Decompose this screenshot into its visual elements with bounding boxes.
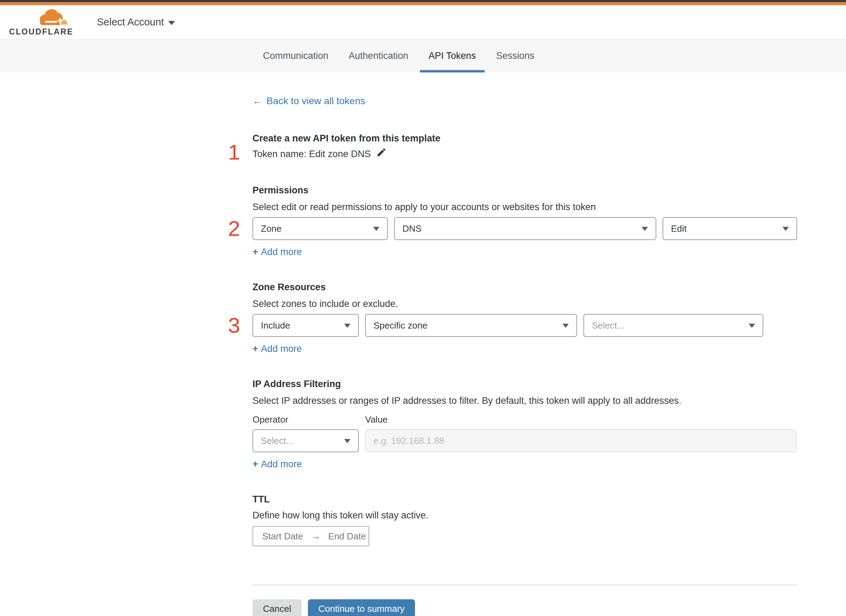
ip-filtering-row: Select... [253, 429, 797, 452]
top-accent-bar [0, 2, 846, 5]
ip-filtering-section: IP Address Filtering Select IP addresses… [253, 379, 797, 470]
chevron-down-icon [168, 21, 175, 25]
tab-sessions[interactable]: Sessions [487, 40, 543, 72]
zone-resources-section: 3 Zone Resources Select zones to include… [253, 282, 797, 354]
token-name-section: 1 Create a new API token from this templ… [253, 133, 797, 160]
tab-api-tokens[interactable]: API Tokens [420, 40, 485, 72]
ip-field-labels: Operator Value [253, 414, 797, 425]
plus-icon: + [253, 459, 258, 470]
continue-to-summary-button[interactable]: Continue to summary [308, 599, 415, 616]
ip-value-input[interactable] [365, 429, 796, 452]
permission-level-value: Edit [671, 223, 687, 234]
zone-type-value: Specific zone [374, 320, 428, 331]
ttl-heading: TTL [253, 494, 797, 505]
token-name-value: Token name: Edit zone DNS [253, 149, 371, 160]
zone-resources-description: Select zones to include or exclude. [253, 299, 797, 309]
operator-label: Operator [253, 414, 365, 425]
permission-level-select[interactable]: Edit [662, 217, 797, 240]
permissions-row: Zone DNS Edit [253, 217, 797, 240]
ip-filtering-heading: IP Address Filtering [253, 379, 797, 389]
zone-picker-select[interactable]: Select... [583, 314, 764, 337]
main-content: ← Back to view all tokens 1 Create a new… [253, 72, 797, 616]
add-more-label: Add more [261, 343, 302, 354]
token-section-title: Create a new API token from this templat… [253, 133, 797, 144]
zone-resources-heading: Zone Resources [253, 282, 797, 292]
tab-bar: Communication Authentication API Tokens … [0, 39, 846, 72]
cloudflare-wordmark: CLOUDFLARE [9, 27, 75, 37]
tab-communication[interactable]: Communication [254, 40, 337, 72]
plus-icon: + [253, 343, 258, 354]
permissions-heading: Permissions [253, 185, 797, 195]
step-number-1: 1 [228, 140, 246, 164]
value-label: Value [365, 414, 388, 425]
ttl-section: TTL Define how long this token will stay… [253, 494, 797, 546]
add-more-label: Add more [261, 247, 302, 258]
permissions-add-more-link[interactable]: + Add more [253, 246, 302, 258]
permission-group-select[interactable]: DNS [394, 217, 656, 240]
permission-scope-value: Zone [261, 223, 281, 234]
ip-filtering-description: Select IP addresses or ranges of IP addr… [253, 396, 797, 406]
back-arrow-icon: ← [253, 95, 262, 107]
start-date-placeholder: Start Date [262, 531, 303, 542]
zone-include-value: Include [261, 320, 290, 331]
ttl-description: Define how long this token will stay act… [253, 510, 797, 521]
step-number-2: 2 [228, 216, 246, 241]
ip-operator-select[interactable]: Select... [253, 429, 359, 452]
footer-actions: Cancel Continue to summary [253, 599, 797, 616]
zone-resources-add-more-link[interactable]: + Add more [253, 343, 302, 354]
permission-group-value: DNS [402, 223, 422, 234]
zone-resources-row: Include Specific zone Select... [253, 314, 797, 337]
permissions-description: Select edit or read permissions to apply… [253, 202, 797, 212]
permissions-section: 2 Permissions Select edit or read permis… [253, 185, 797, 258]
cancel-button[interactable]: Cancel [253, 599, 302, 616]
permission-scope-select[interactable]: Zone [253, 217, 388, 240]
zone-type-select[interactable]: Specific zone [365, 314, 577, 337]
cloudflare-cloud-icon [35, 8, 70, 26]
arrow-right-icon: → [311, 531, 321, 542]
ttl-date-range-picker[interactable]: Start Date → End Date [253, 526, 369, 546]
end-date-placeholder: End Date [328, 531, 366, 542]
tab-authentication[interactable]: Authentication [340, 40, 417, 72]
header: CLOUDFLARE Select Account [0, 5, 846, 39]
account-selector[interactable]: Select Account [97, 16, 175, 28]
zone-include-select[interactable]: Include [253, 314, 359, 337]
footer-divider [253, 585, 797, 585]
plus-icon: + [253, 246, 258, 258]
step-number-3: 3 [228, 313, 246, 337]
zone-picker-placeholder: Select... [592, 320, 625, 331]
account-selector-label: Select Account [97, 16, 164, 28]
ip-operator-placeholder: Select... [261, 436, 294, 446]
back-link-label: Back to view all tokens [266, 95, 365, 107]
back-to-tokens-link[interactable]: ← Back to view all tokens [253, 95, 365, 107]
cloudflare-logo[interactable]: CLOUDFLARE [9, 8, 75, 37]
edit-pencil-icon[interactable] [376, 147, 387, 160]
ip-filtering-add-more-link[interactable]: + Add more [253, 459, 302, 470]
add-more-label: Add more [261, 459, 302, 470]
